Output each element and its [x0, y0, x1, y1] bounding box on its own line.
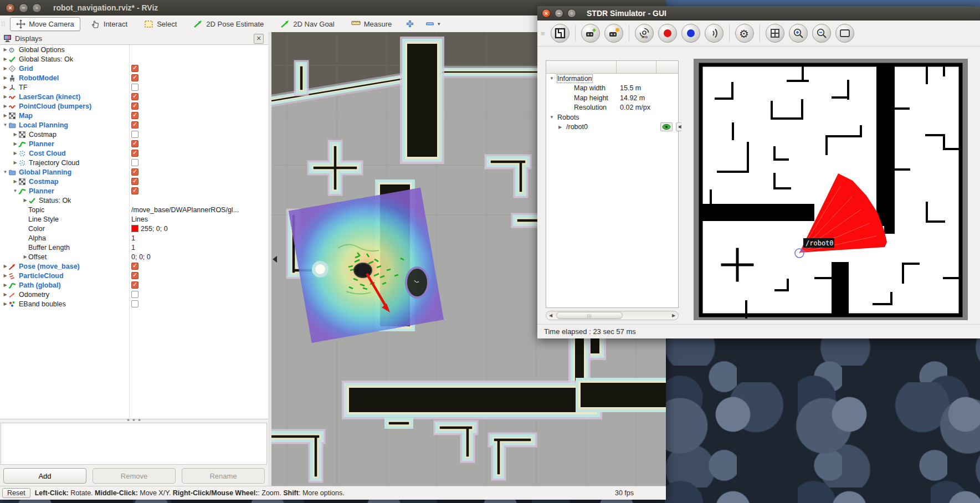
- enabled-checkbox[interactable]: [131, 140, 138, 147]
- display-row-odometry[interactable]: ▶Odometry: [0, 290, 268, 299]
- enabled-checkbox[interactable]: [131, 121, 138, 129]
- tool-measure[interactable]: Measure: [345, 17, 398, 31]
- expander-closed-icon[interactable]: ▶: [22, 254, 28, 259]
- scroll-right-icon[interactable]: ▶: [669, 313, 678, 318]
- stdr-row-resolution[interactable]: Resolution0.02 m/px: [546, 103, 678, 113]
- display-row-line-style[interactable]: Line StyleLines: [0, 214, 268, 224]
- expander-closed-icon[interactable]: ▶: [2, 273, 8, 278]
- stdr-info-tree[interactable]: ▼InformationMap width15.5 mMap height14.…: [546, 60, 679, 308]
- panel-close-icon[interactable]: ✕: [254, 34, 264, 44]
- display-row-robotmodel[interactable]: ▶RobotModel: [0, 73, 268, 83]
- display-row-planner[interactable]: ▼Planner: [0, 186, 268, 196]
- enabled-checkbox[interactable]: [131, 150, 138, 157]
- expander-closed-icon[interactable]: ▶: [558, 125, 562, 130]
- add-tool-button[interactable]: [406, 19, 414, 28]
- minimize-icon[interactable]: −: [555, 9, 563, 18]
- stdr-row-map-height[interactable]: Map height14.92 m: [546, 93, 678, 103]
- property-value[interactable]: 1: [131, 244, 135, 252]
- enabled-checkbox[interactable]: [131, 159, 138, 166]
- display-row-cost-cloud[interactable]: ▶Cost Cloud: [0, 148, 268, 158]
- property-value[interactable]: 1: [131, 234, 135, 242]
- grid-button[interactable]: [766, 24, 784, 43]
- display-row-global-planning[interactable]: ▼Global Planning: [0, 167, 268, 177]
- sound-source-button[interactable]: [705, 24, 724, 43]
- expander-closed-icon[interactable]: ▶: [2, 283, 8, 288]
- display-row-status-ok[interactable]: ▶Status: Ok: [0, 196, 268, 205]
- stdr-titlebar[interactable]: × − ▫ STDR Simulator - GUI: [537, 6, 980, 20]
- display-row-tf[interactable]: ▶TF: [0, 83, 268, 92]
- close-icon[interactable]: ×: [6, 3, 15, 13]
- zoom-out-button[interactable]: [812, 24, 831, 43]
- enabled-checkbox[interactable]: [131, 263, 138, 270]
- expander-closed-icon[interactable]: ▶: [2, 47, 8, 52]
- enabled-checkbox[interactable]: [131, 281, 138, 289]
- add-button[interactable]: Add: [3, 468, 86, 484]
- display-row-pose-move-base[interactable]: ▶Pose (move_base): [0, 261, 268, 271]
- add-robot-button[interactable]: [581, 24, 600, 43]
- expander-closed-icon[interactable]: ▶: [12, 151, 18, 156]
- toolbar-grip[interactable]: ≡: [541, 29, 545, 38]
- stdr-row-information[interactable]: ▼Information: [546, 74, 678, 84]
- display-row-path-global[interactable]: ▶Path (global): [0, 280, 268, 290]
- tool-move-camera[interactable]: Move Camera: [10, 17, 80, 31]
- expander-open-icon[interactable]: ▼: [2, 122, 8, 127]
- expander-closed-icon[interactable]: ▶: [2, 57, 8, 61]
- tree-header-row[interactable]: [546, 61, 678, 74]
- display-row-offset[interactable]: ▶Offset0; 0; 0: [0, 252, 268, 261]
- toolbar-grip[interactable]: ⁞⁞: [1, 20, 6, 27]
- stdr-map-canvas[interactable]: /robot0: [694, 59, 968, 320]
- expander-closed-icon[interactable]: ▶: [2, 113, 8, 118]
- zoom-in-button[interactable]: [789, 24, 808, 43]
- display-row-global-status-ok[interactable]: ▶Global Status: Ok: [0, 54, 268, 64]
- display-row-grid[interactable]: ▶Grid: [0, 64, 268, 73]
- enabled-checkbox[interactable]: [131, 65, 138, 72]
- fit-screen-button[interactable]: [835, 24, 854, 43]
- enabled-checkbox[interactable]: [131, 187, 138, 194]
- property-value[interactable]: /move_base/DWAPlannerROS/gl...: [131, 206, 239, 214]
- enabled-checkbox[interactable]: [131, 178, 138, 185]
- expander-closed-icon[interactable]: ▶: [12, 132, 18, 137]
- enabled-checkbox[interactable]: [131, 300, 138, 307]
- tool-2d-pose-estimate[interactable]: 2D Pose Estimate: [187, 17, 270, 31]
- property-value[interactable]: 0; 0; 0: [131, 253, 151, 261]
- expander-closed-icon[interactable]: ▶: [2, 66, 8, 71]
- tool-interact[interactable]: Interact: [85, 17, 134, 31]
- expander-closed-icon[interactable]: ▶: [2, 104, 8, 109]
- expander-open-icon[interactable]: ▼: [2, 170, 8, 174]
- load-map-button[interactable]: [551, 24, 569, 43]
- expander-closed-icon[interactable]: ▶: [12, 160, 18, 165]
- speaker-icon[interactable]: [676, 122, 688, 131]
- expander-closed-icon[interactable]: ▶: [2, 292, 8, 297]
- scroll-left-icon[interactable]: ◀: [546, 313, 555, 318]
- display-row-planner[interactable]: ▶Planner: [0, 139, 268, 148]
- expander-open-icon[interactable]: ▼: [12, 188, 18, 193]
- display-row-global-options[interactable]: ▶⚙Global Options: [0, 45, 268, 54]
- displays-panel-header[interactable]: Displays ✕: [0, 32, 268, 44]
- enabled-checkbox[interactable]: [131, 131, 138, 138]
- horizontal-scrollbar[interactable]: ◀ ||| ▶: [546, 311, 679, 320]
- stdr-row-robots[interactable]: ▼Robots: [546, 112, 678, 122]
- color-swatch[interactable]: [131, 225, 138, 232]
- reset-button[interactable]: Reset: [2, 488, 30, 498]
- scrollbar-thumb[interactable]: |||: [556, 312, 623, 319]
- rename-button[interactable]: Rename: [182, 468, 265, 484]
- expander-closed-icon[interactable]: ▶: [2, 301, 8, 306]
- eye-icon[interactable]: [660, 122, 673, 131]
- display-row-trajectory-cloud[interactable]: ▶Trajectory Cloud: [0, 158, 268, 167]
- expander-closed-icon[interactable]: ▶: [12, 179, 18, 184]
- enabled-checkbox[interactable]: [131, 272, 138, 279]
- display-row-costmap[interactable]: ▶Costmap: [0, 130, 268, 139]
- co2-source-button[interactable]: [658, 24, 677, 43]
- expander-closed-icon[interactable]: ▶: [2, 75, 8, 80]
- thermal-source-button[interactable]: [681, 24, 700, 43]
- display-row-color[interactable]: Color255; 0; 0: [0, 224, 268, 233]
- remove-tool-button[interactable]: ▼: [425, 21, 441, 27]
- display-row-alpha[interactable]: Alpha1: [0, 233, 268, 243]
- enabled-checkbox[interactable]: [131, 112, 138, 119]
- tool-select[interactable]: Select: [138, 17, 183, 31]
- enabled-checkbox[interactable]: [131, 168, 138, 176]
- close-icon[interactable]: ×: [542, 9, 551, 18]
- properties-button[interactable]: ⚙: [735, 24, 754, 43]
- display-row-local-planning[interactable]: ▼Local Planning: [0, 120, 268, 130]
- expander-closed-icon[interactable]: ▶: [12, 141, 18, 146]
